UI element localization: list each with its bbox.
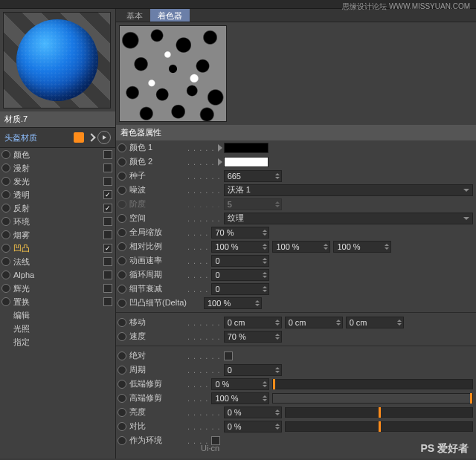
detail-input[interactable]: 0 [211,283,269,295]
channel-label: 辉光 [13,283,103,294]
material-name-field[interactable]: 材质.7 [0,111,115,128]
delta-input[interactable]: 100 % [204,297,262,309]
lowclip-input[interactable]: 0 % [211,378,269,390]
channel-radio[interactable] [1,163,10,172]
seed-value: 665 [228,172,241,181]
chevron-right-icon[interactable] [87,133,95,141]
channel-checkbox[interactable] [103,297,112,306]
global-input[interactable]: 70 % [211,227,269,239]
channel-颜色[interactable]: 颜色 [0,148,115,161]
material-preview[interactable] [3,12,111,108]
anim-toggle[interactable] [118,352,126,360]
contrast-input[interactable]: 0 % [224,421,282,433]
anim-toggle[interactable] [118,285,126,294]
channel-checkbox[interactable] [103,257,112,266]
channel-编辑[interactable]: 编辑 [0,308,115,322]
anim-toggle[interactable] [118,256,126,265]
channel-反射[interactable]: 反射 [0,201,115,215]
rel-z-input[interactable]: 100 % [333,241,391,253]
tab-basic[interactable]: 基本 [119,9,150,22]
channel-radio[interactable] [1,244,10,253]
channel-checkbox[interactable] [103,204,112,213]
material-header[interactable]: 头盔材质 [0,128,115,148]
channel-光照[interactable]: 光照 [0,322,115,335]
channel-radio[interactable] [1,150,10,159]
contrast-slider[interactable] [285,421,473,432]
channel-checkbox[interactable] [103,244,112,253]
channel-radio[interactable] [1,284,10,293]
channel-透明[interactable]: 透明 [0,188,115,201]
anim-toggle[interactable] [118,380,126,389]
channel-radio[interactable] [1,257,10,266]
tab-shader[interactable]: 着色器 [150,9,190,22]
channel-checkbox[interactable] [103,150,112,159]
bright-slider[interactable] [285,407,473,418]
channel-radio[interactable] [1,190,10,199]
channel-radio[interactable] [1,297,10,306]
anim-toggle[interactable] [118,318,126,327]
channel-checkbox[interactable] [103,190,112,199]
channel-checkbox[interactable] [103,163,112,172]
anim-toggle[interactable] [118,228,126,237]
anim-toggle[interactable] [118,366,126,375]
seed-input[interactable]: 665 [224,170,282,182]
anim-toggle[interactable] [118,408,126,417]
noise-dropdown[interactable]: 沃洛 1 [224,184,473,196]
noise-preview[interactable] [119,25,227,122]
channel-Alpha[interactable]: Alpha [0,268,115,282]
anim-toggle[interactable] [118,394,126,403]
channel-置换[interactable]: 置换 [0,295,115,308]
bright-input[interactable]: 0 % [224,406,282,418]
anim-toggle[interactable] [118,436,126,445]
channel-法线[interactable]: 法线 [0,255,115,268]
channel-辉光[interactable]: 辉光 [0,282,115,295]
row-delta: 凹凸细节(Delta)100 % [116,296,476,310]
speed-input[interactable]: 70 % [224,331,282,343]
anim-toggle[interactable] [118,143,126,152]
channel-radio[interactable] [1,217,10,226]
abs-checkbox[interactable] [224,352,233,360]
move-x-input[interactable]: 0 cm [224,317,282,328]
highclip-slider[interactable] [272,393,473,404]
highclip-input[interactable]: 100 % [211,392,269,404]
channel-radio[interactable] [1,204,10,213]
move-z-input[interactable]: 0 cm [346,317,404,328]
channel-指定[interactable]: 指定 [0,335,115,349]
move-y-input[interactable]: 0 cm [285,317,343,328]
color1-swatch[interactable] [218,143,268,153]
channel-checkbox[interactable] [103,217,112,226]
rel-y-input[interactable]: 100 % [272,241,330,253]
period-input[interactable]: 0 [224,364,282,376]
channel-凹凸[interactable]: 凹凸 [0,242,115,255]
anim-toggle [118,200,126,209]
rel-x-input[interactable]: 100 % [211,241,269,253]
channel-发光[interactable]: 发光 [0,175,115,188]
anim-toggle[interactable] [118,158,126,166]
channel-烟雾[interactable]: 烟雾 [0,228,115,242]
anim-toggle[interactable] [118,214,126,223]
channel-label: 凹凸 [13,243,103,254]
channel-checkbox[interactable] [103,284,112,293]
anim-input[interactable]: 0 [211,255,269,267]
anim-toggle[interactable] [118,332,126,341]
channel-radio[interactable] [1,230,10,239]
watermark-bottom: PS 爱好者 [420,442,469,456]
channel-radio[interactable] [1,271,10,279]
space-dropdown[interactable]: 纹理 [224,213,473,224]
channel-checkbox[interactable] [103,230,112,239]
channel-checkbox[interactable] [103,271,112,279]
channel-环境[interactable]: 环境 [0,215,115,228]
anim-toggle[interactable] [118,271,126,279]
channel-漫射[interactable]: 漫射 [0,161,115,175]
cycle-input[interactable]: 0 [211,269,269,281]
channel-checkbox[interactable] [103,177,112,186]
lowclip-slider[interactable] [272,379,473,389]
anim-toggle[interactable] [118,299,126,308]
anim-toggle[interactable] [118,242,126,251]
anim-toggle[interactable] [118,422,126,431]
anim-toggle[interactable] [118,186,126,195]
channel-radio[interactable] [1,177,10,186]
navigate-icon[interactable] [97,131,111,144]
color2-swatch[interactable] [218,157,268,167]
anim-toggle[interactable] [118,172,126,181]
